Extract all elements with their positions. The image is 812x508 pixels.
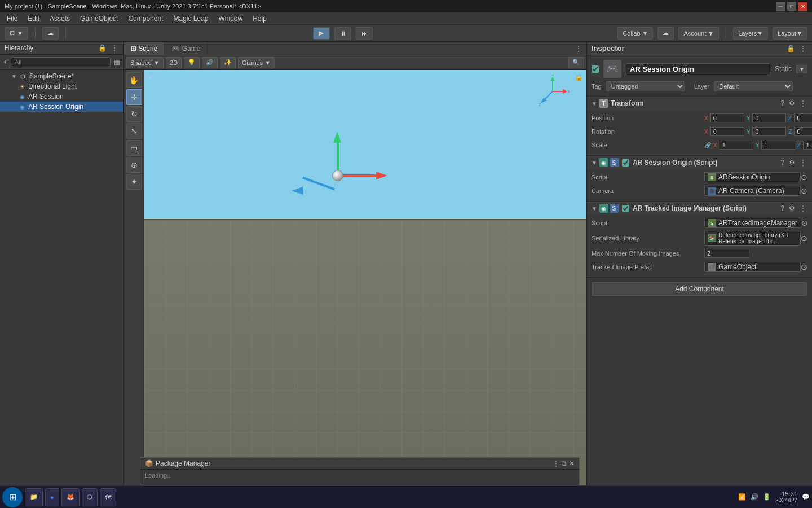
max-moving-input[interactable] xyxy=(704,249,749,258)
pkg-menu-btn[interactable]: ⋮ xyxy=(553,459,559,467)
pkg-popout-btn[interactable]: ⧉ xyxy=(562,459,567,467)
maximize-button[interactable]: □ xyxy=(787,2,796,11)
scl-z-input[interactable] xyxy=(803,141,812,150)
ar-session-origin-header[interactable]: ▼ ◉ S AR Session Origin (Script) ? ⚙ ⋮ xyxy=(587,156,812,169)
pos-y-input[interactable] xyxy=(752,113,786,122)
minimize-button[interactable]: ─ xyxy=(776,2,785,11)
tree-item-arsessionorigin[interactable]: ◉ AR Session Origin xyxy=(0,102,123,112)
camera-dot-btn[interactable]: ⊙ xyxy=(801,186,807,195)
serialized-lib-dot-btn[interactable]: ⊙ xyxy=(801,234,807,243)
menu-edit[interactable]: Edit xyxy=(23,14,44,24)
ar-tracked-menu-btn[interactable]: ⋮ xyxy=(798,204,807,212)
rot-z-input[interactable] xyxy=(794,127,812,136)
layout-button[interactable]: Layout ▼ xyxy=(773,27,807,40)
object-name-input[interactable] xyxy=(626,63,770,75)
tab-scene[interactable]: ⊞ Scene xyxy=(124,42,165,55)
position-values: X Y Z xyxy=(704,113,812,122)
taskbar-chrome[interactable]: ● xyxy=(45,488,59,506)
hand-tool-btn[interactable]: ✋ xyxy=(126,72,142,88)
rotate-tool-btn[interactable]: ↻ xyxy=(126,106,142,122)
tree-item-dirlight[interactable]: ☀ Directional Light xyxy=(0,81,123,91)
hierarchy-menu-btn[interactable]: ⋮ xyxy=(110,44,119,52)
scl-x-input[interactable] xyxy=(720,141,753,150)
ar-session-settings-btn[interactable]: ⚙ xyxy=(788,159,796,167)
layers-button[interactable]: Layers ▼ xyxy=(733,27,768,40)
taskbar-unity[interactable]: ⬡ xyxy=(82,488,98,506)
scl-y-input[interactable] xyxy=(761,141,795,150)
start-button[interactable]: ⊞ xyxy=(2,487,23,507)
static-dropdown-btn[interactable]: ▼ xyxy=(796,65,807,73)
account-btn[interactable]: Account ▼ xyxy=(678,27,719,40)
tree-item-samplescene[interactable]: ▼ ⬡ SampleScene* xyxy=(0,71,123,81)
pos-x-input[interactable] xyxy=(710,113,744,122)
rot-x-input[interactable] xyxy=(710,127,744,136)
tree-item-arsession[interactable]: ◉ AR Session xyxy=(0,91,123,102)
menu-window[interactable]: Window xyxy=(214,14,248,24)
cloud-btn[interactable]: ☁ xyxy=(42,27,59,40)
menu-help[interactable]: Help xyxy=(248,14,271,24)
pause-button[interactable]: ⏸ xyxy=(334,27,351,40)
layout-selector[interactable]: ⊞ ▼ xyxy=(5,27,28,40)
hierarchy-filter-btn[interactable]: ▦ xyxy=(113,58,121,66)
effects-btn[interactable]: ✨ xyxy=(220,57,236,68)
transform-menu-btn[interactable]: ⋮ xyxy=(798,99,807,107)
ar-script-active[interactable] xyxy=(622,159,629,167)
step-button[interactable]: ⏭ xyxy=(356,27,373,40)
svg-text:X: X xyxy=(568,89,570,94)
taskbar-firefox[interactable]: 🦊 xyxy=(61,488,80,506)
script-dot-btn[interactable]: ⊙ xyxy=(801,173,807,182)
rot-y-input[interactable] xyxy=(752,127,786,136)
add-component-button[interactable]: Add Component xyxy=(592,282,807,296)
taskbar-explorer2[interactable]: 🗺 xyxy=(100,488,116,506)
tracked-prefab-dot-btn[interactable]: ⊙ xyxy=(801,262,807,271)
scene-view-menu-btn[interactable]: ⋮ xyxy=(571,45,586,52)
menu-file[interactable]: File xyxy=(2,14,22,24)
ar-tracked-help-btn[interactable]: ? xyxy=(779,204,785,212)
tag-select[interactable]: Untagged xyxy=(606,81,685,91)
move-tool-btn[interactable]: ✛ xyxy=(126,89,142,105)
tracked-script-dot-btn[interactable]: ⊙ xyxy=(801,218,808,227)
taskbar-explorer[interactable]: 📁 xyxy=(25,488,43,506)
hierarchy-search-input[interactable] xyxy=(11,57,111,67)
ar-session-help-btn[interactable]: ? xyxy=(779,159,785,167)
transform-tool-btn[interactable]: ⊕ xyxy=(126,157,142,173)
transform-icon: T xyxy=(599,99,608,108)
collab-btn[interactable]: Collab ▼ xyxy=(617,27,653,40)
max-moving-images-row: Max Number Of Moving Images xyxy=(592,248,807,259)
transform-header[interactable]: ▼ T Transform ? ⚙ ⋮ xyxy=(587,97,812,110)
tab-game[interactable]: 🎮 Game xyxy=(165,42,208,55)
view-options-btn[interactable]: 2D xyxy=(166,57,182,68)
services-btn[interactable]: ☁ xyxy=(657,27,674,40)
lighting-btn[interactable]: 💡 xyxy=(184,57,200,68)
audio-btn[interactable]: 🔊 xyxy=(202,57,218,68)
toolbar-sep1 xyxy=(35,28,36,39)
inspector-menu-btn[interactable]: ⋮ xyxy=(798,45,807,52)
pkg-close-btn[interactable]: ✕ xyxy=(569,459,575,467)
ar-tracked-settings-btn[interactable]: ⚙ xyxy=(788,204,796,212)
serialized-library-value: ReferenceImageLibrary (XR Reference Imag… xyxy=(718,232,797,244)
gizmos-btn[interactable]: Gizmos ▼ xyxy=(238,57,275,68)
ar-session-menu-btn[interactable]: ⋮ xyxy=(798,159,807,167)
close-button[interactable]: ✕ xyxy=(798,2,807,11)
play-button[interactable]: ▶ xyxy=(313,27,330,40)
hierarchy-lock-btn[interactable]: 🔒 xyxy=(97,44,108,52)
menu-gameobject[interactable]: GameObject xyxy=(76,14,122,24)
shading-mode-btn[interactable]: Shaded ▼ xyxy=(126,57,164,68)
object-active-checkbox[interactable] xyxy=(592,65,599,73)
scale-tool-btn[interactable]: ⤡ xyxy=(126,123,142,139)
ar-tracked-image-header[interactable]: ▼ ◉ S AR Tracked Image Manager (Script) … xyxy=(587,202,812,215)
transform-help-btn[interactable]: ? xyxy=(779,99,785,107)
inspector-lock-btn[interactable]: 🔒 xyxy=(785,45,796,52)
menu-assets[interactable]: Assets xyxy=(45,14,74,24)
menu-component[interactable]: Component xyxy=(123,14,167,24)
menu-magicleap[interactable]: Magic Leap xyxy=(169,14,213,24)
custom-tool-btn[interactable]: ✦ xyxy=(126,174,142,190)
layer-select[interactable]: Default xyxy=(714,81,793,91)
ar-tracked-active[interactable] xyxy=(622,205,629,212)
hierarchy-add-btn[interactable]: + xyxy=(2,58,8,66)
pos-z-input[interactable] xyxy=(794,113,812,122)
rect-tool-btn[interactable]: ▭ xyxy=(126,140,142,156)
search-scene-btn[interactable]: 🔍 xyxy=(568,57,584,68)
transform-settings-btn[interactable]: ⚙ xyxy=(788,99,796,107)
scene-canvas[interactable]: ≡ 🔒 Y X Z xyxy=(144,70,586,496)
